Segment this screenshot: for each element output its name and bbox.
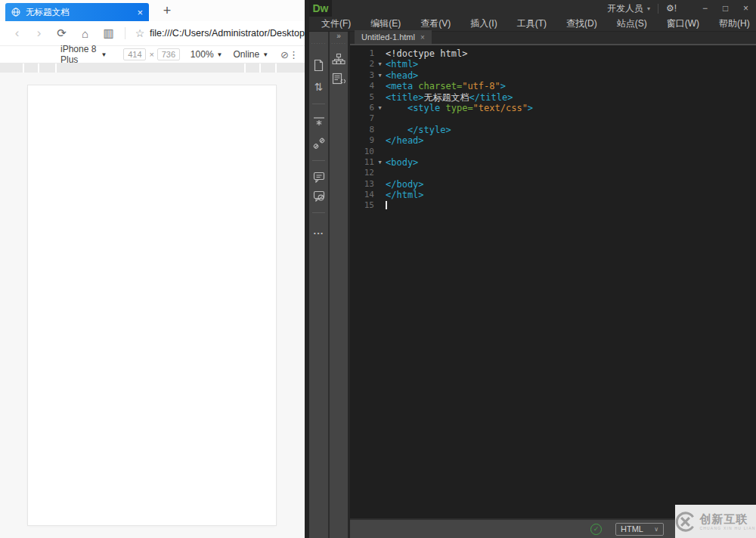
home-icon[interactable]: ⌂ [73, 27, 97, 40]
device-select[interactable]: iPhone 8 Plus ▼ [60, 44, 107, 65]
remove-comment-icon[interactable] [313, 190, 325, 202]
window-controls: − □ × [695, 1, 756, 16]
file-management-icon[interactable]: ⇅ [314, 81, 324, 93]
menu-item[interactable]: 文件(F) [321, 17, 351, 30]
menu-item[interactable]: 插入(I) [470, 17, 497, 30]
tab-close-icon[interactable]: × [137, 8, 143, 17]
code-line[interactable]: 2▼<html> [350, 59, 756, 70]
code-line[interactable]: 1<!doctype html> [350, 48, 756, 59]
no-throttling-icon[interactable]: ⊘ [280, 49, 289, 60]
back-icon[interactable]: ‹ [6, 26, 28, 41]
fold-arrow-icon[interactable]: ▼ [374, 157, 386, 168]
fold-arrow-icon[interactable]: ▼ [374, 70, 386, 81]
code-lines: 1<!doctype html>2▼<html>3▼<head>4<meta c… [350, 48, 756, 212]
code-line[interactable]: 3▼<head> [350, 70, 756, 81]
rendered-blank-page[interactable] [28, 85, 276, 525]
panel-drag-handle[interactable]: ······ [331, 41, 346, 48]
chevron-down-icon: ▾ [647, 5, 650, 12]
expand-panels-icon[interactable]: » [336, 32, 341, 41]
line-number: 9 [350, 135, 374, 146]
device-select-label: iPhone 8 Plus [60, 44, 98, 65]
maximize-button[interactable]: □ [715, 1, 736, 16]
viewport-width-input[interactable] [123, 48, 146, 60]
reading-mode-icon[interactable]: ▥ [97, 26, 120, 40]
code-line[interactable]: 4<meta charset="utf-8"> [350, 81, 756, 91]
menu-item[interactable]: 帮助(H) [719, 17, 750, 30]
dw-logo: Dw [309, 0, 332, 17]
fold-arrow-icon[interactable]: ▼ [374, 103, 386, 113]
line-number: 6 [350, 103, 374, 113]
code-line[interactable]: 14</html> [350, 190, 756, 200]
new-tab-button[interactable]: + [159, 2, 175, 19]
menu-item[interactable]: 查找(D) [566, 17, 597, 30]
more-options-icon[interactable]: ... [314, 225, 324, 237]
zoom-select[interactable]: 100% ▼ [191, 49, 223, 60]
bookmark-star-icon[interactable]: ☆ [130, 27, 150, 39]
code-text [386, 147, 756, 157]
toolbar-separator [312, 104, 325, 104]
document-tab-title: Untitled-1.html [361, 32, 415, 42]
code-line[interactable]: 6▼ <style type="text/css"> [350, 103, 756, 113]
code-text: <head> [386, 70, 756, 81]
sync-settings-button[interactable]: ⚙! [666, 3, 677, 14]
menu-item[interactable]: 编辑(E) [370, 17, 401, 30]
code-line[interactable]: 5<title>无标题文档</title> [350, 92, 756, 103]
code-text: <meta charset="utf-8"> [386, 81, 756, 91]
code-line[interactable]: 13</body> [350, 179, 756, 190]
link-icon[interactable] [313, 138, 325, 150]
fold-gutter [374, 92, 386, 103]
code-line[interactable]: 11▼<body> [350, 157, 756, 168]
code-text: <body> [386, 157, 756, 168]
refresh-icon[interactable]: ⟳ [50, 26, 73, 40]
code-text [386, 113, 756, 124]
fold-gutter [374, 48, 386, 59]
menu-item[interactable]: 查看(V) [420, 17, 451, 30]
code-text: <title>无标题文档</title> [386, 92, 756, 103]
doctype-select[interactable]: HTML ∨ [615, 523, 664, 536]
menu-item[interactable]: 窗口(W) [667, 17, 699, 30]
workspace-switcher[interactable]: 开发人员 ▾ [607, 2, 650, 15]
code-view[interactable]: 1<!doctype html>2▼<html>3▼<head>4<meta c… [350, 45, 756, 518]
apply-comment-icon[interactable] [313, 172, 325, 183]
line-number: 12 [350, 168, 374, 178]
menu-item[interactable]: 工具(T) [517, 17, 547, 30]
line-number: 11 [350, 157, 374, 168]
code-text: </body> [386, 179, 756, 190]
line-number: 13 [350, 179, 374, 190]
browser-tab[interactable]: 无标题文档 × [5, 3, 149, 21]
panel-dock: » ······ [330, 32, 350, 538]
chevron-down-icon: ▼ [101, 51, 107, 58]
code-line[interactable]: 7 [350, 113, 756, 124]
fold-arrow-icon[interactable]: ▼ [374, 59, 386, 70]
code-inspector-icon[interactable] [332, 73, 345, 85]
code-line[interactable]: 12 [350, 168, 756, 178]
dreamweaver-window: Dw 开发人员 ▾ ⚙! − □ × 文件(F)编辑(E)查看(V)插入(I)工… [305, 0, 756, 538]
dw-title-bar: Dw 开发人员 ▾ ⚙! − □ × [309, 0, 756, 17]
text-cursor [386, 201, 387, 209]
document-tab-close-icon[interactable]: × [420, 33, 425, 42]
code-line[interactable]: 10 [350, 147, 756, 157]
line-number: 15 [350, 200, 374, 211]
new-document-icon[interactable] [313, 59, 324, 72]
line-number: 14 [350, 190, 374, 200]
viewport-height-input[interactable] [157, 48, 180, 60]
document-tab[interactable]: Untitled-1.html × [355, 30, 432, 44]
toolbar-drag-handle[interactable]: ······ [311, 41, 327, 48]
fold-gutter [374, 200, 386, 211]
address-bar[interactable]: file:///C:/Users/Administrator/Desktop/新 [150, 27, 305, 40]
minimize-button[interactable]: − [695, 1, 715, 16]
network-throttle-select[interactable]: Online ▼ [233, 49, 268, 60]
fold-gutter [374, 147, 386, 157]
code-line[interactable]: 9</head> [350, 135, 756, 146]
watermark-logo-icon [675, 512, 696, 532]
format-source-icon[interactable] [313, 115, 325, 127]
site-files-icon[interactable] [332, 53, 345, 65]
kebab-menu-icon[interactable]: ⋮ [289, 49, 299, 60]
close-button[interactable]: × [736, 1, 756, 16]
code-line[interactable]: 8 </style> [350, 125, 756, 135]
toolbar-separator [312, 160, 325, 161]
forward-icon[interactable]: › [28, 26, 50, 41]
code-line[interactable]: 15 [350, 200, 756, 211]
menu-item[interactable]: 站点(S) [617, 17, 647, 30]
chevron-down-icon: ∨ [654, 526, 658, 533]
